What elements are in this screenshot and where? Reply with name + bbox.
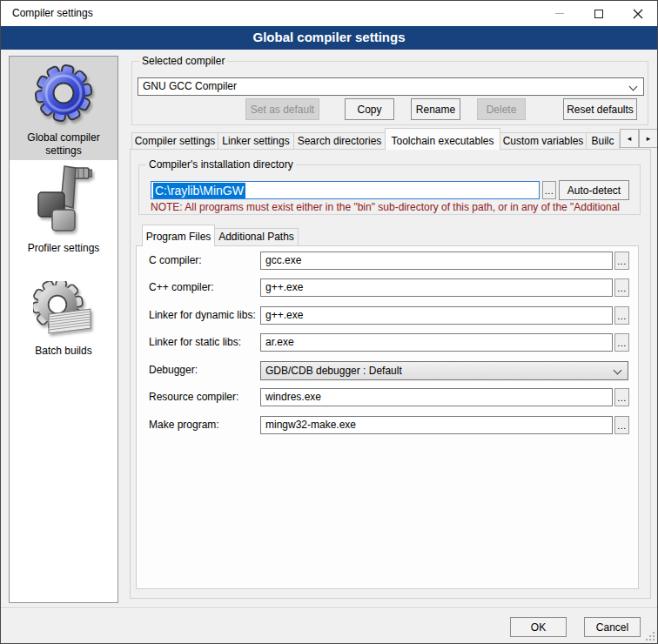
cancel-button[interactable]: Cancel (584, 617, 641, 637)
resource-compiler-input[interactable]: windres.exe (260, 388, 613, 406)
profiler-settings-icon (35, 164, 92, 238)
installation-directory-input[interactable]: C:\raylib\MinGW (151, 181, 540, 199)
copy-button[interactable]: Copy (345, 98, 394, 120)
minimize-icon (555, 13, 564, 14)
linker-for-static-libs-input[interactable]: ar.exe (260, 333, 613, 352)
tab-linker-settings[interactable]: Linker settings (218, 132, 294, 150)
dialog-banner: Global compiler settings (1, 26, 657, 50)
titlebar[interactable]: Compiler settings (1, 1, 657, 26)
footer-divider (1, 607, 657, 609)
resize-grip[interactable] (645, 631, 655, 641)
set-as-default-button[interactable]: Set as default (245, 98, 319, 120)
linker-for-dynamic-libs-input[interactable]: g++.exe (260, 306, 613, 325)
selected-compiler-group: Selected compiler GNU GCC Compiler Set a… (131, 61, 648, 125)
c-compiler-label: C compiler: (149, 254, 202, 266)
linker-for-dynamic-libs-value: g++.exe (265, 309, 303, 321)
linker-for-static-libs-label: Linker for static libs: (149, 336, 241, 348)
delete-button[interactable]: Delete (477, 98, 526, 120)
chevron-down-icon (629, 83, 638, 91)
tab-toolchain-executables[interactable]: Toolchain executables (385, 128, 500, 150)
c-compiler-value: g++.exe (265, 281, 303, 293)
installation-directory-group: Compiler's installation directory C:\ray… (138, 164, 641, 215)
subtab-program-files[interactable]: Program Files (142, 225, 215, 246)
debugger-dropdown[interactable]: GDB/CDB debugger : Default (260, 361, 628, 380)
installation-directory-group-label: Compiler's installation directory (146, 159, 296, 171)
installation-directory-value: C:\raylib\MinGW (153, 183, 245, 198)
sidebar-item-label: Global compiler settings (10, 131, 118, 158)
make-program-value: mingw32-make.exe (265, 419, 356, 431)
tab-scroll-right-button[interactable]: ▸ (639, 129, 658, 148)
c-compiler-input[interactable]: g++.exe (260, 278, 613, 297)
tab-compiler-settings[interactable]: Compiler settings (131, 132, 218, 150)
subtab-additional-paths[interactable]: Additional Paths (214, 228, 299, 246)
selected-compiler-dropdown[interactable]: GNU GCC Compiler (138, 77, 644, 96)
settings-category-list: Global compiler settings (9, 56, 118, 603)
batch-builds-icon (33, 281, 94, 340)
minimize-button[interactable] (540, 1, 579, 26)
sidebar-item-global-compiler-settings[interactable]: Global compiler settings (10, 57, 118, 160)
close-button[interactable] (618, 1, 657, 26)
browse-directory-button[interactable]: ... (542, 181, 556, 199)
auto-detect-button[interactable]: Auto-detect (559, 180, 629, 200)
reset-defaults-button[interactable]: Reset defaults (563, 98, 637, 120)
global-compiler-settings-gear-icon (32, 64, 95, 124)
tab-custom-variables[interactable]: Custom variables (500, 132, 587, 150)
debugger-label: Debugger: (149, 364, 198, 376)
c-compiler-browse-button[interactable]: ... (614, 278, 629, 297)
tab-search-directories[interactable]: Search directories (293, 132, 386, 150)
c-compiler-value: gcc.exe (265, 254, 301, 266)
close-icon (633, 9, 643, 19)
selected-compiler-value: GNU GCC Compiler (143, 80, 237, 92)
linker-for-dynamic-libs-browse-button[interactable]: ... (614, 306, 629, 325)
sidebar-item-batch-builds[interactable]: Batch builds (10, 263, 118, 419)
linker-for-dynamic-libs-label: Linker for dynamic libs: (149, 309, 256, 321)
sidebar-item-profiler-settings[interactable]: Profiler settings (10, 160, 118, 263)
tab-builc[interactable]: Builc (586, 132, 620, 150)
rename-button[interactable]: Rename (411, 98, 460, 120)
maximize-button[interactable] (579, 1, 618, 26)
c-compiler-label: C++ compiler: (149, 281, 214, 293)
tab-scroll-right-icon: ▸ (647, 134, 651, 143)
compiler-settings-window: Compiler settings Global compiler settin… (0, 0, 658, 644)
make-program-input[interactable]: mingw32-make.exe (260, 416, 613, 434)
c-compiler-browse-button[interactable]: ... (614, 252, 629, 270)
tab-scroll-left-button[interactable]: ◂ (620, 129, 639, 148)
make-program-browse-button[interactable]: ... (614, 416, 629, 434)
tab-scroll-left-icon: ◂ (628, 134, 632, 143)
sidebar-item-label: Batch builds (10, 345, 118, 358)
make-program-label: Make program: (149, 419, 219, 431)
sidebar-item-label: Profiler settings (10, 242, 118, 255)
selected-compiler-group-label: Selected compiler (139, 56, 227, 67)
resource-compiler-browse-button[interactable]: ... (614, 388, 629, 406)
debugger-value: GDB/CDB debugger : Default (265, 365, 402, 377)
chevron-down-icon (614, 366, 622, 375)
programs-note: NOTE: All programs must exist either in … (151, 201, 630, 213)
linker-for-static-libs-value: ar.exe (265, 336, 294, 348)
resource-compiler-label: Resource compiler: (149, 391, 238, 403)
window-title: Compiler settings (12, 1, 93, 26)
ok-button[interactable]: OK (510, 617, 567, 637)
resource-compiler-value: windres.exe (265, 391, 321, 403)
c-compiler-input[interactable]: gcc.exe (260, 252, 613, 270)
maximize-icon (594, 10, 603, 18)
linker-for-static-libs-browse-button[interactable]: ... (614, 333, 629, 352)
